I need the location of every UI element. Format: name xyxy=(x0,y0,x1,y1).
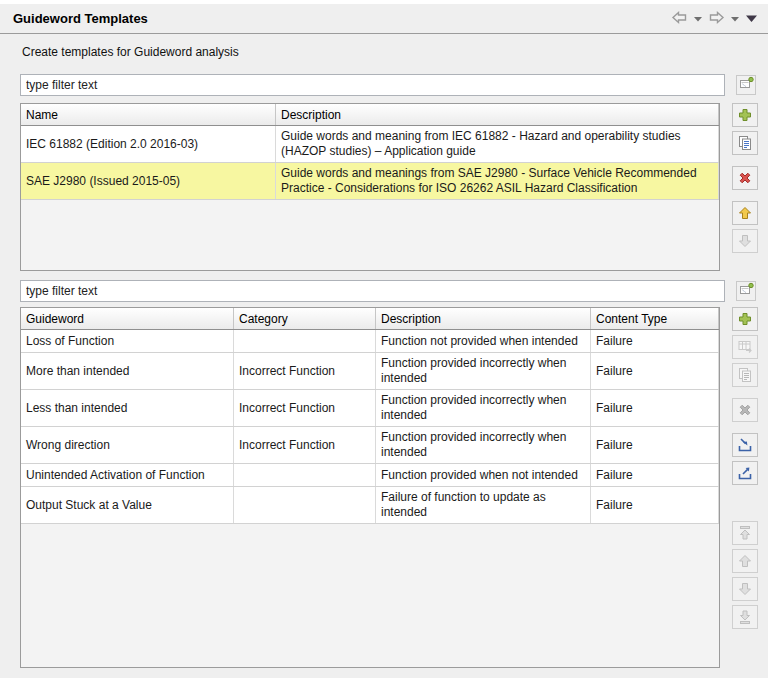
guidewords-table-header: GuidewordCategoryDescriptionContent Type xyxy=(21,308,719,330)
copy-guideword-button xyxy=(732,363,758,387)
table-cell: Loss of Function xyxy=(21,330,234,352)
move-top-icon xyxy=(737,525,753,541)
table-cell: Unintended Activation of Function xyxy=(21,464,234,486)
templates-toolbar xyxy=(732,103,758,253)
view-menu-button[interactable] xyxy=(745,9,758,29)
add-multiple-guidewords-button xyxy=(732,335,758,359)
view-menu-icon xyxy=(745,12,758,26)
table-cell: Output Stuck at a Value xyxy=(21,487,234,523)
templates-table-body: IEC 61882 (Edition 2.0 2016-03)Guide wor… xyxy=(21,126,719,200)
table-cell: More than intended xyxy=(21,353,234,389)
table-row[interactable]: SAE J2980 (Issued 2015-05)Guide words an… xyxy=(21,163,719,200)
guidewords-filter-input[interactable] xyxy=(20,280,725,302)
delete-icon xyxy=(737,402,753,418)
dropdown-caret-icon xyxy=(693,12,703,26)
guidewords-toolbar xyxy=(732,307,758,629)
templates-table: NameDescription IEC 61882 (Edition 2.0 2… xyxy=(20,103,720,271)
table-cell xyxy=(234,464,376,486)
back-history-dropdown[interactable] xyxy=(693,9,703,29)
hide-filter-button[interactable] xyxy=(736,75,756,95)
add-icon xyxy=(737,311,753,327)
table-cell: Guide words and meaning from IEC 61882 -… xyxy=(276,126,719,162)
delete-icon xyxy=(737,170,753,186)
move-down-icon xyxy=(737,581,753,597)
templates-filter-input[interactable] xyxy=(20,74,725,96)
toolbar-group xyxy=(732,433,758,485)
table-row[interactable]: Wrong directionIncorrect FunctionFunctio… xyxy=(21,427,719,464)
table-row[interactable]: Output Stuck at a ValueFailure of functi… xyxy=(21,487,719,524)
page-title: Guideword Templates xyxy=(13,11,148,26)
guidewords-table: GuidewordCategoryDescriptionContent Type… xyxy=(20,307,720,668)
move-template-up-button[interactable] xyxy=(732,201,758,225)
move-up-icon xyxy=(737,553,753,569)
column-header-description[interactable]: Description xyxy=(376,308,591,329)
move-guideword-bottom-button xyxy=(732,605,758,629)
table-cell: Failure xyxy=(591,330,719,352)
table-row[interactable]: IEC 61882 (Edition 2.0 2016-03)Guide wor… xyxy=(21,126,719,163)
table-cell: Failure xyxy=(591,427,719,463)
table-cell: Function provided when not intended xyxy=(376,464,591,486)
delete-guideword-button xyxy=(732,398,758,422)
copy-template-button[interactable] xyxy=(732,131,758,155)
table-cell: Failure xyxy=(591,487,719,523)
column-header-category[interactable]: Category xyxy=(234,308,376,329)
forward-button[interactable] xyxy=(708,9,725,29)
hide-filter-button[interactable] xyxy=(736,281,756,301)
back-arrow-icon xyxy=(671,10,688,28)
delete-template-button[interactable] xyxy=(732,166,758,190)
table-cell xyxy=(234,487,376,523)
toolbar-group xyxy=(732,307,758,387)
back-button[interactable] xyxy=(671,9,688,29)
table-cell: Function provided incorrectly when inten… xyxy=(376,353,591,389)
view-header: Guideword Templates xyxy=(0,4,768,34)
add-guideword-button[interactable] xyxy=(732,307,758,331)
move-up-icon xyxy=(737,205,753,221)
toolbar-group xyxy=(732,103,758,155)
add-template-button[interactable] xyxy=(732,103,758,127)
table-cell: Wrong direction xyxy=(21,427,234,463)
table-row[interactable]: Less than intendedIncorrect FunctionFunc… xyxy=(21,390,719,427)
table-cell: Failure xyxy=(591,390,719,426)
toolbar-group xyxy=(732,166,758,190)
toolbar-group xyxy=(732,201,758,253)
table-row[interactable]: More than intendedIncorrect FunctionFunc… xyxy=(21,353,719,390)
move-bottom-icon xyxy=(737,609,753,625)
move-down-icon xyxy=(737,233,753,249)
move-guideword-top-button xyxy=(732,521,758,545)
copy-icon xyxy=(737,367,753,383)
table-cell: SAE J2980 (Issued 2015-05) xyxy=(21,163,276,199)
table-cell: Failure xyxy=(591,464,719,486)
forward-history-dropdown[interactable] xyxy=(730,9,740,29)
header-nav xyxy=(671,4,758,34)
add-icon xyxy=(737,107,753,123)
table-cell: Incorrect Function xyxy=(234,427,376,463)
table-cell: Failure xyxy=(591,353,719,389)
table-cell: Function not provided when intended xyxy=(376,330,591,352)
column-header-content-type[interactable]: Content Type xyxy=(591,308,719,329)
export-guidewords-button[interactable] xyxy=(732,461,758,485)
move-template-down-button xyxy=(732,229,758,253)
table-cell: Failure of function to update as intende… xyxy=(376,487,591,523)
import-guidewords-button[interactable] xyxy=(732,433,758,457)
import-icon xyxy=(737,437,753,453)
export-icon xyxy=(737,465,753,481)
column-header-name[interactable]: Name xyxy=(21,104,276,125)
move-guideword-down-button xyxy=(732,577,758,601)
toolbar-group xyxy=(732,521,758,629)
dropdown-caret-icon xyxy=(730,12,740,26)
guidewords-table-body: Loss of FunctionFunction not provided wh… xyxy=(21,330,719,524)
add-multiple-icon xyxy=(737,339,753,355)
column-header-guideword[interactable]: Guideword xyxy=(21,308,234,329)
table-row[interactable]: Unintended Activation of FunctionFunctio… xyxy=(21,464,719,487)
forward-arrow-icon xyxy=(708,10,725,28)
column-header-description[interactable]: Description xyxy=(276,104,719,125)
table-cell: IEC 61882 (Edition 2.0 2016-03) xyxy=(21,126,276,162)
table-cell: Incorrect Function xyxy=(234,390,376,426)
hide-filter-icon xyxy=(739,76,754,94)
toolbar-group xyxy=(732,398,758,422)
table-cell: Guide words and meanings from SAE J2980 … xyxy=(276,163,719,199)
table-row[interactable]: Loss of FunctionFunction not provided wh… xyxy=(21,330,719,353)
move-guideword-up-button xyxy=(732,549,758,573)
view-description: Create templates for Guideword analysis xyxy=(22,45,239,59)
table-cell xyxy=(234,330,376,352)
